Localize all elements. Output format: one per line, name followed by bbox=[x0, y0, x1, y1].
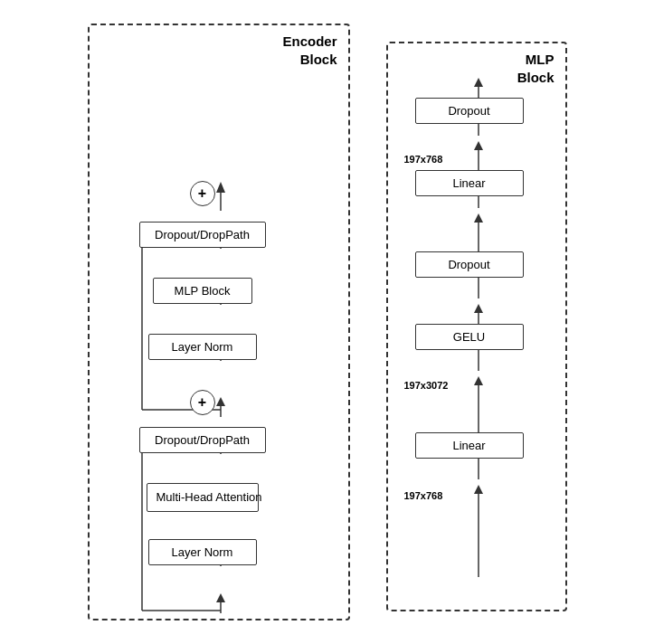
svg-marker-33 bbox=[474, 304, 483, 313]
svg-marker-23 bbox=[216, 182, 225, 193]
mlp-linear-bottom-node: Linear bbox=[415, 432, 524, 459]
svg-marker-25 bbox=[474, 78, 483, 87]
plus-top: + bbox=[190, 181, 215, 206]
svg-marker-35 bbox=[474, 376, 483, 385]
mlp-dropout-top-node: Dropout bbox=[415, 98, 524, 124]
mlp-linear-top-node: Linear bbox=[415, 170, 524, 196]
dropout-droppath-top-node: Dropout/DropPath bbox=[139, 222, 266, 248]
mlp-dim3-label: 197x768 bbox=[404, 488, 443, 502]
mlp-block-node: MLP Block bbox=[153, 278, 252, 304]
mlp-dropout-mid-node: Dropout bbox=[415, 251, 524, 278]
mlp-dim1-label: 197x768 bbox=[404, 152, 443, 166]
mlp-gelu-node: GELU bbox=[415, 324, 524, 350]
mlp-dim2-label: 197x3072 bbox=[404, 378, 449, 392]
encoder-block: Encoder Block bbox=[88, 24, 350, 620]
svg-marker-1 bbox=[216, 593, 225, 602]
svg-marker-31 bbox=[474, 213, 483, 223]
svg-marker-12 bbox=[216, 397, 225, 406]
plus-bottom: + bbox=[190, 390, 215, 415]
svg-marker-37 bbox=[474, 485, 483, 494]
layer-norm-top-node: Layer Norm bbox=[148, 334, 257, 360]
mlp-block: MLP Block bbox=[386, 42, 567, 611]
layer-norm-bottom-node: Layer Norm bbox=[148, 539, 257, 565]
svg-marker-29 bbox=[474, 141, 483, 150]
dropout-droppath-bottom-node: Dropout/DropPath bbox=[139, 427, 266, 453]
multi-head-attention-node: Multi-Head Attention bbox=[147, 483, 259, 512]
